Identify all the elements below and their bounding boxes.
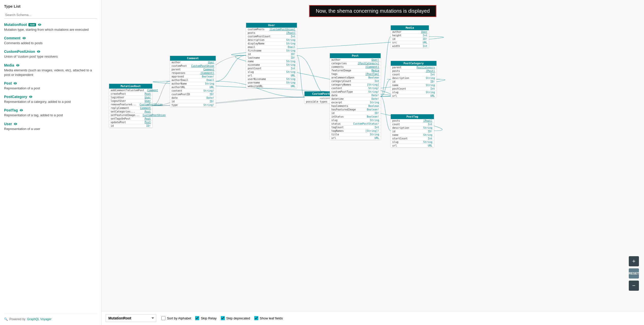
checkbox-show-leaf-fields-input[interactable] [254,316,258,320]
eye-icon-user[interactable] [13,122,18,126]
node-row: authorNameString [170,82,216,86]
node-body-posttag: posts[Post] countInt descriptionString i… [391,119,434,147]
checkbox-skip-deprecated-label: Skip deprecated [226,316,250,320]
reset-button[interactable]: RESET [629,268,639,279]
eye-icon-comment[interactable] [22,36,26,40]
checkbox-skip-deprecated-input[interactable] [221,316,225,320]
checkbox-skip-deprecated[interactable]: Skip deprecated [221,316,250,320]
node-row: firstnameString [246,49,297,53]
checkbox-skip-relay-input[interactable] [195,316,199,320]
footer-link[interactable]: GraphQL Voyager [27,317,51,321]
checkbox-sort-alphabet-input[interactable] [161,316,165,320]
type-item-postcategory: PostCategory Representation of a categor… [4,95,97,104]
eye-icon-custompostunion[interactable] [37,50,41,54]
checkbox-sort-alphabet[interactable]: Sort by Alphabet [161,316,191,320]
node-row: tagCountInt [330,126,381,129]
node-row: descriptionString [391,126,434,130]
node-row: contentString! [170,89,216,93]
node-row: urlURL [391,144,434,147]
type-item-comment: Comment Comments added to posts [4,36,97,45]
node-row: postCountInt [246,67,297,70]
eye-icon-postcategory[interactable] [29,95,33,99]
node-row: nameString [391,84,436,87]
node-row: loginUserUser [109,96,152,99]
node-row: excerptString [330,101,381,104]
node-row: idID! [330,111,381,115]
type-item-user: User Representation of a user [4,122,97,131]
node-row: widthInt [391,44,429,48]
node-row: idID! [391,37,429,41]
graph-area[interactable]: MutationRoot addCommentToCustomPostComme… [101,0,644,311]
node-row: statusCustomPostStatus! [330,122,381,126]
node-row: dateDate! [170,96,216,100]
node-body-post: authorUser! categories[PostCategory] com… [330,58,381,140]
search-input[interactable] [4,11,97,19]
type-link-custompostunion[interactable]: CustomPostUnion [4,50,35,54]
node-row: srcURL [391,41,429,44]
node-posttag: PostTag posts[Post] countInt description… [391,114,434,147]
type-link-posttag[interactable]: PostTag [4,108,18,112]
node-row: urlURL [391,94,436,98]
node-row: parentPostCategory [391,66,436,69]
type-item-mutationroot: MutationRoot root Mutation type, startin… [4,23,97,32]
node-row: countInt [391,123,434,126]
node-row: userNicenameString [246,77,297,81]
node-row: customPostCustomPostUnion [170,64,216,68]
node-row: categoryNames[String] [330,83,381,87]
node-body-comment: authorUser customPostCustomPostUnion par… [170,61,216,107]
connections-svg [101,0,644,311]
node-row: setTagsOnPostPost [109,117,152,121]
node-row: featuredImageMedia [330,69,381,72]
type-desc-comment: Comments added to posts [4,41,97,45]
type-link-user[interactable]: User [4,122,12,126]
type-link-mutationroot[interactable]: MutationRoot [4,23,27,27]
node-row: customPostTypeString! [330,90,381,94]
node-row: displayNameString [246,42,297,45]
sidebar-footer: 🔍 Powered by GraphQL Voyager [4,313,97,321]
node-row: contentString! [330,87,381,90]
zoom-in-button[interactable]: + [629,256,639,266]
node-row: logoutUserUser [109,99,152,103]
type-desc-mutationroot: Mutation type, starting from which mutat… [4,27,97,32]
node-post: Post authorUser! categories[PostCategory… [330,53,381,140]
sidebar-title: Type List [4,4,97,8]
fab-group: + RESET − [629,256,639,291]
type-desc-user: Representation of a user [4,127,97,131]
type-link-comment[interactable]: Comment [4,36,21,40]
type-link-post[interactable]: Post [4,81,12,85]
node-row: responses[Comment] [170,71,216,75]
node-row: slugString [330,119,381,122]
checkbox-sort-alphabet-label: Sort by Alphabet [167,316,191,320]
node-header-postcategory: PostCategory [391,61,436,66]
node-row: createPostPost [109,92,152,96]
node-row: categories[PostCategory] [330,62,381,65]
type-link-postcategory[interactable]: PostCategory [4,95,27,99]
eye-icon-mutationroot[interactable] [38,23,42,27]
type-select[interactable]: MutationRoot Comment CustomPostUnion Med… [106,314,156,322]
eye-icon-media[interactable] [16,63,20,67]
node-row: nameString [246,60,297,63]
type-desc-post: Representation of a post [4,86,97,91]
node-row: addCommentToCustomPostComment [109,89,152,92]
checkbox-group: Sort by Alphabet Skip Relay Skip depreca… [161,316,283,320]
node-row: hasFeaturedImageBoolean! [330,108,381,111]
node-row: idID! [109,124,152,127]
node-row: inStatusBoolean! [330,115,381,119]
node-row: urlURL [330,136,381,140]
node-row: descriptionString [391,76,436,80]
node-row: authorURLURL [170,86,216,89]
type-link-media[interactable]: Media [4,63,14,67]
node-row: authorUser [170,61,216,64]
node-row: idID! [391,80,436,84]
node-row: removeFeatured...CustomPostUnion [109,103,152,106]
type-desc-media: Media elements (such as images, videos, … [4,68,97,77]
node-row: authorUser! [330,58,381,62]
node-row: lastnameID! [246,56,297,60]
eye-icon-posttag[interactable] [19,108,23,112]
zoom-out-button[interactable]: − [629,281,639,291]
checkbox-show-leaf-fields[interactable]: Show leaf fields [254,316,283,320]
eye-icon-post[interactable] [13,81,17,85]
checkbox-skip-relay[interactable]: Skip Relay [195,316,216,320]
node-row: usernameString [246,81,297,85]
node-row: titleString [330,133,381,136]
